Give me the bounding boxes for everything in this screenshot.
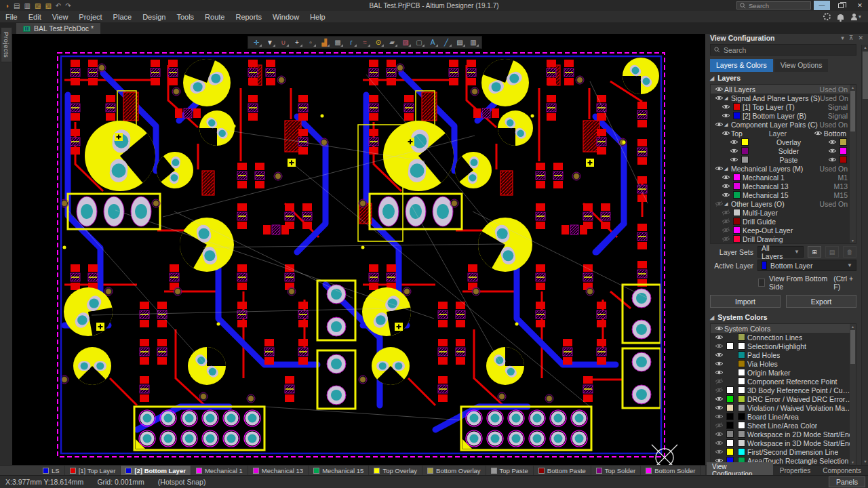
system-color-row[interactable]: Pad Holes (711, 350, 856, 359)
layer-color-swatch[interactable] (733, 226, 741, 234)
layer-sets-dropdown[interactable]: All Layers▼ (757, 246, 804, 258)
system-color-swatch[interactable] (738, 395, 745, 403)
menu-place[interactable]: Place (108, 13, 138, 21)
layer-row[interactable]: Keep-Out Layer (711, 226, 856, 235)
system-color-swatch[interactable] (726, 430, 734, 438)
system-list-scrollbar[interactable]: ▲▼ (850, 324, 856, 465)
system-color-swatch[interactable] (738, 404, 745, 411)
view-from-bottom-checkbox[interactable] (758, 279, 765, 287)
menu-window[interactable]: Window (267, 13, 304, 21)
layer-row[interactable]: Mechanical 13M13 (711, 182, 856, 190)
visibility-eye-icon[interactable] (828, 139, 837, 145)
system-color-row[interactable]: Violation / Waived Violation Markers (711, 403, 856, 412)
visibility-eye-icon[interactable] (828, 148, 837, 154)
tab-view-options[interactable]: View Options (774, 59, 829, 72)
minimize-button[interactable]: — (814, 1, 830, 10)
board-shape-icon[interactable]: ▤ (453, 37, 467, 48)
layer-tab-bottom-overlay[interactable]: Bottom Overlay (422, 466, 486, 476)
layer-row[interactable]: Drill Guide (711, 217, 856, 226)
layer-color-swatch[interactable] (733, 174, 741, 181)
save-icon[interactable]: ▤ (14, 2, 20, 9)
scroll-up-arrow[interactable]: ▲ (862, 45, 868, 51)
visibility-eye-icon[interactable] (715, 449, 724, 455)
visibility-eye-icon[interactable] (730, 148, 738, 154)
visibility-off-icon[interactable] (722, 218, 730, 224)
visibility-eye-icon[interactable] (715, 121, 724, 127)
gear-icon[interactable] (823, 13, 831, 20)
visibility-eye-icon[interactable] (730, 139, 738, 145)
visibility-eye-icon[interactable] (715, 325, 724, 331)
magnet-snap-icon[interactable]: ∪ (277, 37, 290, 48)
system-color-swatch[interactable] (738, 369, 745, 376)
collapse-triangle-icon[interactable]: ◢ (724, 166, 731, 171)
filter-icon[interactable]: ▼ (263, 37, 277, 48)
layer-color-swatch[interactable] (733, 235, 741, 243)
layer-color-swatch[interactable] (733, 112, 741, 119)
visibility-eye-icon[interactable] (715, 396, 724, 402)
system-color-swatch[interactable] (738, 351, 745, 359)
menu-tools[interactable]: Tools (171, 13, 199, 21)
panel-close-icon[interactable]: ✕ (858, 35, 863, 41)
visibility-eye-icon[interactable] (715, 86, 724, 92)
system-color-swatch[interactable] (726, 404, 734, 411)
delete-layer-set-button[interactable]: 🗑 (843, 246, 856, 258)
visibility-off-icon[interactable] (715, 422, 724, 428)
system-color-row[interactable]: First/Second Dimension Line (711, 447, 856, 456)
system-color-swatch[interactable] (738, 448, 745, 455)
visibility-off-icon[interactable] (722, 236, 730, 242)
system-color-swatch[interactable] (738, 360, 745, 367)
visibility-off-icon[interactable] (715, 378, 724, 384)
panel-pin-icon[interactable]: ⊼ (849, 35, 854, 41)
system-color-row[interactable]: Board Line/Area (711, 412, 856, 421)
close-button[interactable]: ✕ (852, 1, 868, 10)
layer-row[interactable]: Mechanical 1M1 (711, 173, 856, 182)
pair-top-swatch[interactable] (741, 147, 749, 155)
layer-group-row[interactable]: ◢Other Layers (O)Used On (711, 199, 856, 208)
menu-route[interactable]: Route (199, 13, 230, 21)
visibility-eye-icon[interactable] (828, 157, 837, 163)
sheet-icon[interactable]: ▥ (467, 37, 480, 48)
visibility-eye-icon[interactable] (715, 361, 724, 367)
system-color-swatch[interactable] (726, 413, 734, 420)
restore-button[interactable] (833, 1, 849, 10)
visibility-eye-icon[interactable] (715, 352, 724, 358)
layer-pair-row[interactable]: Paste (711, 155, 856, 164)
visibility-eye-icon[interactable] (715, 165, 724, 171)
visibility-eye-icon[interactable] (722, 104, 730, 110)
layers-section-header[interactable]: ◢ Layers (705, 72, 861, 84)
system-color-row[interactable]: Workspace in 3D Mode Start/End (711, 439, 856, 447)
global-search-input[interactable]: Search (736, 1, 811, 9)
pair-bottom-swatch[interactable] (840, 147, 847, 155)
visibility-eye-icon[interactable] (715, 369, 724, 375)
system-color-swatch[interactable] (738, 386, 745, 394)
visibility-eye-icon[interactable] (814, 130, 823, 136)
system-colors-section-header[interactable]: ◢ System Colors (705, 311, 861, 323)
text-string-icon[interactable]: A (426, 37, 439, 48)
layer-color-swatch[interactable] (733, 191, 741, 199)
layer-pair-row[interactable]: Overlay (711, 138, 856, 146)
layer-group-row[interactable]: ◢Component Layer Pairs (C)Used On (711, 120, 856, 129)
layer-tab-bottom-paste[interactable]: Bottom Paste (534, 466, 591, 476)
layer-pair-header-row[interactable]: TopLayerBottom (711, 129, 856, 138)
menu-file[interactable]: File (0, 13, 23, 21)
system-color-swatch[interactable] (726, 422, 734, 429)
layer-tab-mechanical-13[interactable]: Mechanical 13 (248, 466, 309, 476)
collapse-triangle-icon[interactable]: ◢ (724, 201, 731, 207)
system-color-swatch[interactable] (726, 439, 734, 447)
visibility-eye-icon[interactable] (722, 183, 730, 189)
open-icon[interactable]: ▨ (35, 2, 41, 9)
redo-icon[interactable]: ↷ (65, 2, 71, 9)
layer-row[interactable]: [1] Top Layer (T)Signal (711, 102, 856, 111)
scroll-down-arrow[interactable]: ▼ (862, 459, 868, 465)
menu-help[interactable]: Help (304, 13, 331, 21)
layer-tab-bottom-solder[interactable]: Bottom Solder (641, 466, 701, 476)
crosshair-icon[interactable]: + (290, 37, 304, 48)
undo-icon[interactable]: ↶ (56, 2, 61, 9)
layer-color-swatch[interactable] (733, 182, 741, 190)
component-icon[interactable]: ▩ (331, 37, 344, 48)
layer-row[interactable]: Mechanical 15M15 (711, 190, 856, 199)
pair-top-swatch[interactable] (741, 156, 749, 163)
active-layer-dropdown[interactable]: Bottom Layer▼ (757, 260, 856, 271)
line-icon[interactable]: ╱ (439, 37, 453, 48)
system-color-swatch[interactable] (738, 430, 745, 438)
